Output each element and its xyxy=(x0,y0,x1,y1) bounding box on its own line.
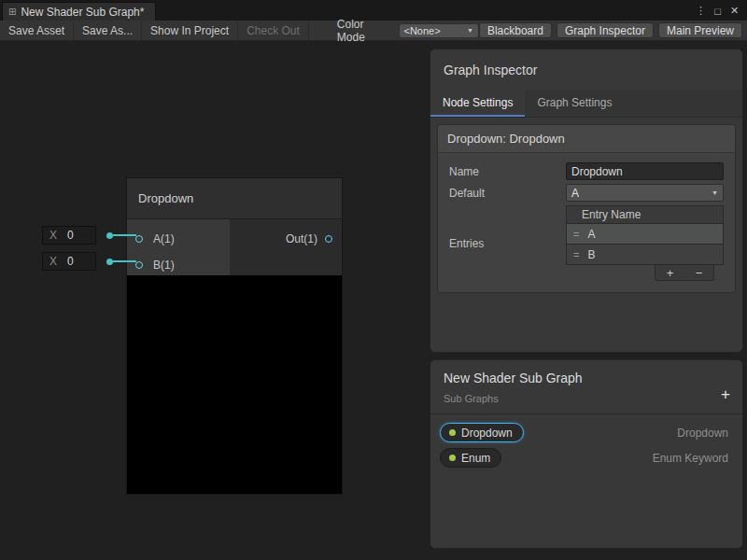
x-component-label: X xyxy=(49,255,57,268)
chevron-down-icon: ▼ xyxy=(467,27,473,34)
close-icon[interactable]: ✕ xyxy=(727,5,741,17)
node-port-area: A(1) B(1) Out(1) xyxy=(127,219,342,275)
toolbar: Save Asset Save As... Show In Project Ch… xyxy=(0,21,747,41)
blackboard-panel: New Shader Sub Graph Sub Graphs + Dropdo… xyxy=(430,359,743,549)
graph-inspector-toggle-button[interactable]: Graph Inspector xyxy=(557,22,654,38)
section-title: Dropdown: Dropdown xyxy=(438,125,735,153)
property-name: Enum xyxy=(461,452,490,465)
node-title: Dropdown xyxy=(138,191,193,205)
save-asset-button[interactable]: Save Asset xyxy=(0,21,74,40)
show-in-project-button[interactable]: Show In Project xyxy=(142,21,238,40)
shader-graph-icon: ⊞ xyxy=(8,7,16,17)
x-component-value[interactable]: 0 xyxy=(67,229,74,242)
chevron-down-icon: ▼ xyxy=(712,189,718,196)
blackboard-rows: Dropdown Dropdown Enum Enum Keyword xyxy=(430,414,742,476)
document-tab[interactable]: ⊞ New Shader Sub Graph* xyxy=(2,2,156,21)
input-port-b-icon[interactable] xyxy=(135,261,143,269)
property-row: Dropdown Dropdown xyxy=(440,423,733,442)
blackboard-subtitle: Sub Graphs xyxy=(444,393,729,404)
property-type-label: Enum Keyword xyxy=(653,452,733,465)
blackboard-header: New Shader Sub Graph Sub Graphs + xyxy=(430,360,742,414)
check-out-button: Check Out xyxy=(238,21,309,40)
property-name: Dropdown xyxy=(461,427,513,440)
exposed-dot-icon xyxy=(449,429,456,436)
blackboard-toggle-button[interactable]: Blackboard xyxy=(479,22,552,38)
property-pill-enum[interactable]: Enum xyxy=(440,448,501,468)
maximize-icon[interactable]: □ xyxy=(711,6,725,17)
color-mode-value: <None> xyxy=(404,25,441,36)
input-b-value-field[interactable]: X 0 xyxy=(42,252,96,271)
x-component-label: X xyxy=(49,229,57,242)
entries-list-footer: + − xyxy=(655,265,714,281)
edge-wire xyxy=(113,260,136,262)
tab-node-settings[interactable]: Node Settings xyxy=(430,90,525,117)
property-pill-dropdown[interactable]: Dropdown xyxy=(440,423,524,442)
inspector-tabs: Node Settings Graph Settings xyxy=(430,90,742,118)
input-a-value-field[interactable]: X 0 xyxy=(42,226,96,245)
output-port-label: Out(1) xyxy=(286,232,317,245)
drag-handle-icon[interactable]: = xyxy=(573,249,579,260)
inspector-title: Graph Inspector xyxy=(430,49,742,90)
entries-list: Entry Name = A = B + − xyxy=(566,205,724,281)
node-header[interactable]: Dropdown xyxy=(127,178,342,219)
remove-entry-button[interactable]: − xyxy=(696,267,703,279)
name-label: Name xyxy=(449,165,566,178)
input-port-a-icon[interactable] xyxy=(135,235,143,243)
x-component-value[interactable]: 0 xyxy=(67,255,74,268)
default-dropdown[interactable]: A ▼ xyxy=(566,184,724,202)
output-port-icon[interactable] xyxy=(325,235,332,243)
color-mode-dropdown[interactable]: <None> ▼ xyxy=(399,23,479,38)
edge-wire xyxy=(113,234,136,236)
drag-handle-icon[interactable]: = xyxy=(573,229,579,240)
dropdown-node[interactable]: Dropdown A(1) B(1) Out(1) xyxy=(126,177,343,495)
value-port-stub-icon xyxy=(106,232,113,239)
entry-name: A xyxy=(587,228,595,241)
input-port-a-label: A(1) xyxy=(153,232,175,245)
node-input-column xyxy=(127,219,230,275)
color-mode-label: Color Mode xyxy=(337,18,399,44)
graph-inspector-panel: Graph Inspector Node Settings Graph Sett… xyxy=(430,49,743,353)
toolbar-right-group: Blackboard Graph Inspector Main Preview xyxy=(479,22,747,38)
exposed-dot-icon xyxy=(449,455,456,461)
window-menu-icon[interactable]: ⋮ xyxy=(694,5,708,17)
property-type-label: Dropdown xyxy=(677,427,733,440)
entries-list-header: Entry Name xyxy=(566,205,724,224)
tab-graph-settings[interactable]: Graph Settings xyxy=(525,90,624,117)
tab-title: New Shader Sub Graph* xyxy=(21,6,144,19)
default-value: A xyxy=(571,187,579,200)
property-row: Enum Enum Keyword xyxy=(440,448,733,468)
inspector-content: Dropdown: Dropdown Name Default A ▼ Entr… xyxy=(430,118,742,300)
input-port-b-label: B(1) xyxy=(153,259,175,272)
add-entry-button[interactable]: + xyxy=(667,267,674,279)
main-preview-toggle-button[interactable]: Main Preview xyxy=(658,22,742,38)
entry-row-a[interactable]: = A xyxy=(566,224,724,245)
blackboard-title: New Shader Sub Graph xyxy=(444,371,729,385)
entry-name: B xyxy=(587,248,595,261)
add-property-button[interactable]: + xyxy=(721,385,730,404)
node-settings-section: Dropdown: Dropdown Name Default A ▼ Entr… xyxy=(437,124,736,293)
entries-label: Entries xyxy=(449,237,566,250)
node-preview xyxy=(127,275,342,494)
entry-row-b[interactable]: = B xyxy=(566,245,724,265)
name-input[interactable] xyxy=(566,162,724,180)
window-controls: ⋮ □ ✕ xyxy=(694,5,747,21)
default-label: Default xyxy=(449,187,566,200)
save-as-button[interactable]: Save As... xyxy=(74,21,142,40)
value-port-stub-icon xyxy=(106,259,113,265)
